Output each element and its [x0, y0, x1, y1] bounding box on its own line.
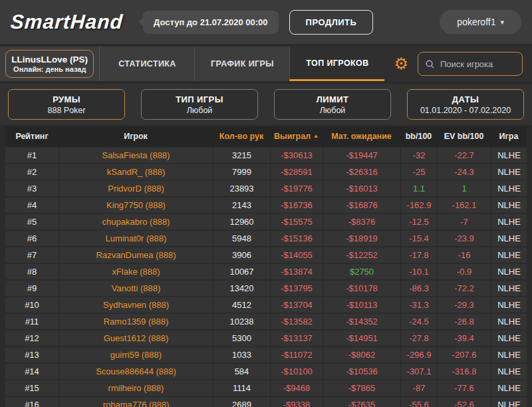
player-cell[interactable]: RazvanDumea (888) [59, 247, 213, 263]
filter-rooms[interactable]: РУМЫ 888 Poker [8, 89, 125, 120]
won-cell: -$15136 [270, 231, 323, 246]
bb100-cell: -17.8 [400, 247, 437, 263]
player-cell[interactable]: PridvorD (888) [59, 181, 213, 196]
current-player-chip[interactable]: LLinusLLove (PS) Онлайн: день назад [0, 47, 99, 81]
player-cell[interactable]: SalsaFiesta (888) [59, 148, 213, 163]
filter-dates-title: ДАТЫ [452, 94, 479, 104]
table-row: #14Scouse886644 (888)584-$10100-$10536-3… [5, 364, 527, 379]
rank-cell: #16 [5, 397, 59, 407]
rank-cell: #10 [5, 297, 59, 313]
won-cell: -$15575 [270, 214, 323, 229]
game-cell: NLHE [491, 231, 527, 246]
game-cell: NLHE [491, 247, 527, 263]
won-cell: -$13704 [270, 297, 323, 313]
ev-bb100-cell: -16 [437, 247, 491, 263]
hands-cell: 7999 [213, 164, 270, 180]
player-cell[interactable]: chupakabro (888) [59, 214, 213, 229]
filter-limit[interactable]: ЛИМИТ Любой [274, 89, 391, 120]
account-menu-button[interactable]: pokeroff1 ▾ [440, 10, 521, 34]
player-cell[interactable]: kSandR_ (888) [59, 164, 213, 180]
player-cell[interactable]: Scouse886644 (888) [59, 364, 213, 379]
gear-icon[interactable]: ⚙ [394, 56, 408, 72]
player-cell[interactable]: Sydhavnen (888) [59, 297, 213, 313]
rank-cell: #6 [5, 231, 59, 246]
rank-cell: #3 [5, 181, 59, 196]
column-header-ev-bb100[interactable]: EV bb/100 [437, 126, 491, 146]
table-row: #4King7750 (888)2143-$16736-$16876-162.9… [5, 198, 527, 213]
hands-cell: 5948 [213, 231, 270, 246]
tab-top-players[interactable]: ТОП ИГРОКОВ [289, 47, 384, 81]
bb100-cell: -55.6 [400, 397, 437, 407]
won-cell: -$30613 [270, 148, 323, 163]
ev-bb100-cell: -207.6 [437, 347, 491, 362]
tab-statistics[interactable]: СТАТИСТИКА [99, 47, 194, 81]
filterbar: РУМЫ 888 Poker ТИП ИГРЫ Любой ЛИМИТ Любо… [0, 84, 532, 125]
game-cell: NLHE [491, 148, 527, 163]
renew-button[interactable]: ПРОДЛИТЬ [289, 10, 374, 35]
topbar: SmartHand Доступ до 21.07.2020 00:00 ПРО… [0, 0, 532, 44]
column-header-bb100[interactable]: bb/100 [400, 126, 437, 146]
filter-game-type-value: Любой [187, 106, 213, 115]
bb100-cell: -12.5 [400, 214, 437, 229]
search-icon [425, 59, 435, 69]
column-header-won[interactable]: Выиграл▲ [270, 126, 323, 146]
ev-bb100-cell: -23.9 [437, 231, 491, 246]
ev-money-cell: -$18919 [323, 231, 400, 246]
player-cell[interactable]: Ramo1359 (888) [59, 314, 213, 329]
won-cell: -$13874 [270, 264, 323, 279]
won-cell: -$13582 [270, 314, 323, 329]
table-row: #13guirri59 (888)1033-$11072-$8062-296.9… [5, 347, 527, 362]
rank-cell: #14 [5, 364, 59, 379]
filter-dates[interactable]: ДАТЫ 01.01.2020 - 07.02.2020 [407, 89, 524, 120]
player-cell[interactable]: rmilheiro (888) [59, 380, 213, 396]
won-cell: -$28591 [270, 164, 323, 180]
ev-money-cell: -$10113 [323, 297, 400, 313]
hands-cell: 2689 [213, 397, 270, 407]
player-cell[interactable]: King7750 (888) [59, 198, 213, 213]
player-cell[interactable]: Guest1612 (888) [59, 331, 213, 346]
game-cell: NLHE [491, 331, 527, 346]
tab-game-graph[interactable]: ГРАФИК ИГРЫ [194, 47, 289, 81]
nav-tabs: СТАТИСТИКА ГРАФИК ИГРЫ ТОП ИГРОКОВ [99, 47, 384, 81]
game-cell: NLHE [491, 181, 527, 196]
player-cell[interactable]: rohama776 (888) [59, 397, 213, 407]
bb100-cell: -31.3 [400, 297, 437, 313]
bb100-cell: -307.1 [400, 364, 437, 379]
filter-rooms-title: РУМЫ [53, 94, 80, 104]
bb100-cell: -15.4 [400, 231, 437, 246]
player-cell[interactable]: guirri59 (888) [59, 347, 213, 362]
rank-cell: #7 [5, 247, 59, 263]
rank-cell: #5 [5, 214, 59, 229]
filter-game-type[interactable]: ТИП ИГРЫ Любой [141, 89, 258, 120]
column-header-rating[interactable]: Рейтинг [5, 126, 59, 146]
column-header-game[interactable]: Игра [491, 126, 527, 146]
ev-money-cell: $2750 [323, 264, 400, 279]
table-row: #8xFlake (888)10067-$13874$2750-10.1-0.9… [5, 264, 527, 279]
bb100-cell: -24.5 [400, 314, 437, 329]
game-cell: NLHE [491, 297, 527, 313]
game-cell: NLHE [491, 198, 527, 213]
player-cell[interactable]: Luminat0r (888) [59, 231, 213, 246]
won-cell: -$9468 [270, 380, 323, 396]
ev-bb100-cell: -26.8 [437, 314, 491, 329]
player-cell[interactable]: Vanotti (888) [59, 281, 213, 296]
column-header-ev-money[interactable]: Мат. ожидание [323, 126, 400, 146]
table-row: #6Luminat0r (888)5948-$15136-$18919-15.4… [5, 231, 527, 246]
ev-bb100-cell: -77.6 [437, 380, 491, 396]
table-row: #11Ramo1359 (888)10238-$13582-$14352-24.… [5, 314, 527, 329]
chevron-down-icon: ▾ [500, 18, 504, 27]
table-row: #15rmilheiro (888)1114-$9468-$7865-87-77… [5, 380, 527, 396]
ev-money-cell: -$8376 [323, 214, 400, 229]
hands-cell: 4512 [213, 297, 270, 313]
player-cell[interactable]: xFlake (888) [59, 264, 213, 279]
hands-cell: 1114 [213, 380, 270, 396]
ev-bb100-cell: 1 [437, 181, 491, 196]
column-header-hands[interactable]: Кол-во рук [213, 126, 270, 146]
ev-money-cell: -$16013 [323, 181, 400, 196]
bb100-cell: -87 [400, 380, 437, 396]
won-cell: -$14055 [270, 247, 323, 263]
column-header-player[interactable]: Игрок [59, 126, 213, 146]
sort-asc-icon: ▲ [313, 133, 319, 139]
bb100-cell: -296.9 [400, 347, 437, 362]
search-input[interactable] [440, 59, 515, 69]
